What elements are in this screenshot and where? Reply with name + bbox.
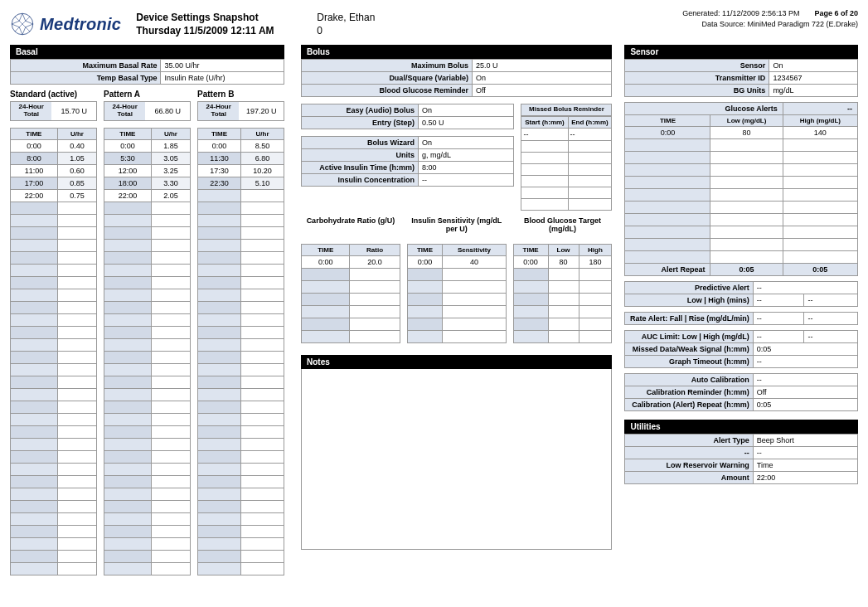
bg-table: Blood Glucose Target (mg/dL)TIMELowHigh0… (513, 217, 613, 343)
data-source: Data Source: MiniMed Paradigm 722 (E.Dra… (682, 19, 858, 30)
patient-zero: 0 (317, 25, 482, 36)
glucose-alerts: Glucose Alerts--TIMELow (mg/dL)High (mg/… (624, 102, 858, 276)
rate-alert: Rate Alert: Fall | Rise (mg/dL/min)---- (624, 312, 858, 325)
basal-patternB: Pattern B 24-HourTotal197.20 UTIMEU/hr0:… (197, 90, 284, 575)
auc-settings: AUC Limit: Low | High (mg/dL)----Missed … (624, 330, 858, 368)
bolus-settings-3: Bolus WizardOnUnitsg, mg/dLActive Insuli… (301, 136, 514, 187)
basal-column: Basal Maximum Basal Rate35.00 U/hr Temp … (10, 45, 284, 575)
missed-bolus: Missed Bolus Reminder Start (h:mm)End (h… (521, 104, 612, 211)
utilities-section: Utilities Alert TypeBeep Short----Low Re… (624, 420, 858, 484)
bolus-settings-2: Easy (Audio) BolusOnEntry (Step)0.50 U (301, 104, 514, 129)
page-num: Page 6 of 20 (814, 8, 858, 19)
brand: Medtronic (40, 15, 121, 34)
basal-settings: Maximum Basal Rate35.00 U/hr Temp Basal … (10, 59, 284, 85)
bolus-header: Bolus (301, 45, 612, 59)
bolus-settings-1: Maximum Bolus25.0 UDual/Square (Variable… (301, 59, 612, 97)
sensor-header: Sensor (624, 45, 858, 59)
report-date: Thursday 11/5/2009 12:11 AM (136, 25, 302, 36)
predictive-alert: Predictive Alert--Low | High (mins)---- (624, 281, 858, 307)
calibration-settings: Auto Calibration--Calibration Reminder (… (624, 373, 858, 411)
header: Medtronic Device Settings Snapshot Thurs… (10, 7, 858, 36)
generated: Generated: 11/12/2009 2:56:13 PM (682, 9, 799, 17)
basal-header: Basal (10, 45, 284, 59)
header-meta: Generated: 11/12/2009 2:56:13 PMPage 6 o… (682, 7, 858, 29)
logo: Medtronic (10, 7, 121, 36)
sens-table: Insulin Sensitivity (mg/dL per U)TIMESen… (407, 217, 507, 343)
carb-table: Carbohydrate Ratio (g/U)TIMERatio0:0020.… (301, 217, 400, 343)
report-title: Device Settings Snapshot (136, 12, 302, 23)
notes-body (301, 369, 612, 550)
utilities-header: Utilities (624, 420, 858, 434)
patient-name: Drake, Ethan (317, 12, 482, 23)
basal-standard: Standard (active) 24-HourTotal15.70 UTIM… (10, 90, 97, 575)
medtronic-icon (10, 12, 35, 36)
sensor-settings: SensorOnTransmitter ID1234567BG Unitsmg/… (624, 59, 858, 97)
sensor-column: Sensor SensorOnTransmitter ID1234567BG U… (624, 45, 858, 575)
basal-patternA: Pattern A 24-HourTotal66.80 UTIMEU/hr0:0… (104, 90, 191, 575)
utilities-settings: Alert TypeBeep Short----Low Reservoir Wa… (624, 434, 858, 484)
bolus-column: Bolus Maximum Bolus25.0 UDual/Square (Va… (301, 45, 612, 575)
patient-block: Drake, Ethan 0 (317, 7, 482, 36)
header-title-block: Device Settings Snapshot Thursday 11/5/2… (136, 7, 302, 36)
notes-header: Notes (301, 355, 612, 369)
notes-section: Notes (301, 355, 612, 550)
